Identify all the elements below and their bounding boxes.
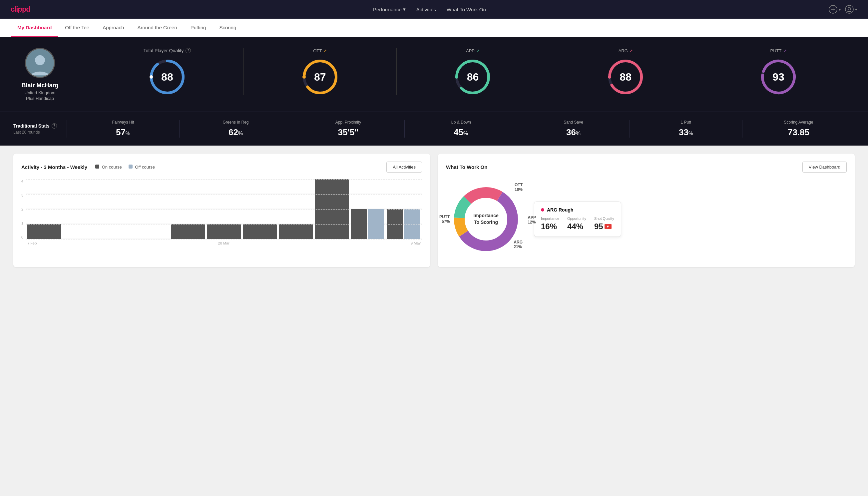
info-stat-opportunity: Opportunity 44% — [567, 217, 586, 231]
chevron-down-icon: ▾ — [403, 6, 406, 12]
donut-section: Importance To Scoring PUTT 57% OTT 10% A… — [446, 179, 847, 259]
stat-scoring-average: Scoring Average 73.85 — [742, 120, 855, 138]
view-dashboard-button[interactable]: View Dashboard — [802, 161, 847, 173]
score-value-app: 86 — [467, 71, 479, 83]
tab-approach[interactable]: Approach — [96, 19, 130, 37]
donut-label-putt: PUTT 57% — [439, 215, 449, 224]
info-stat-shot-quality: Shot Quality 95 ▼ — [594, 217, 614, 231]
player-handicap: Plus Handicap — [26, 96, 54, 101]
svg-point-3 — [845, 5, 853, 13]
nav-activities[interactable]: Activities — [416, 7, 436, 12]
player-country: United Kingdom — [25, 90, 56, 95]
arrow-up-icon: ↗ — [476, 48, 480, 53]
bar-offcourse — [368, 209, 384, 239]
bar-oncourse — [351, 209, 367, 239]
score-arg: ARG ↗ 88 — [549, 48, 702, 95]
hero-section: Blair McHarg United Kingdom Plus Handica… — [0, 37, 868, 112]
stat-sand-save: Sand Save 36% — [517, 120, 630, 138]
stat-up-and-down: Up & Down 45% — [404, 120, 517, 138]
arrow-up-icon: ↗ — [783, 48, 787, 53]
tab-putting[interactable]: Putting — [184, 19, 213, 37]
add-button[interactable]: ▾ — [829, 5, 841, 14]
stat-greens-in-reg: Greens In Reg 62% — [179, 120, 292, 138]
chevron-down-icon: ▾ — [855, 7, 857, 12]
svg-point-6 — [35, 55, 45, 65]
donut-label-arg: ARG 21% — [514, 240, 523, 249]
main-content: Activity - 3 Months - Weekly On course O… — [0, 145, 868, 275]
circle-app: 86 — [454, 59, 491, 95]
svg-point-4 — [848, 7, 851, 10]
score-total: Total Player Quality ? 88 — [91, 48, 244, 95]
info-card-stats: Importance 16% Opportunity 44% Shot Qual… — [541, 217, 614, 231]
nav-performance[interactable]: Performance ▾ — [373, 6, 406, 12]
nav-right-actions: ▾ ▾ — [829, 5, 857, 14]
user-avatar-button[interactable]: ▾ — [845, 5, 857, 14]
bar-group-10 — [351, 209, 385, 239]
donut-chart-container: Importance To Scoring PUTT 57% OTT 10% A… — [446, 179, 526, 259]
what-to-work-on-header: What To Work On View Dashboard — [446, 161, 847, 173]
info-stat-importance: Importance 16% — [541, 217, 559, 231]
ott-label: OTT ↗ — [313, 48, 327, 53]
chart-wrapper: 4 3 2 1 0 — [21, 179, 422, 246]
arrow-up-icon: ↗ — [629, 48, 633, 53]
stat-fairways-hit: Fairways Hit 57% — [67, 120, 179, 138]
donut-center-text: Importance To Scoring — [473, 213, 498, 226]
bar-stack-light — [368, 209, 384, 239]
circle-ott: 87 — [302, 59, 338, 95]
tab-off-the-tee[interactable]: Off the Tee — [58, 19, 96, 37]
score-value-putt: 93 — [772, 71, 784, 83]
putt-label: PUTT ↗ — [770, 48, 787, 53]
score-putt: PUTT ↗ 93 — [702, 48, 855, 95]
activity-chart-card: Activity - 3 Months - Weekly On course O… — [13, 154, 430, 267]
score-value-arg: 88 — [619, 71, 632, 83]
total-player-quality-label: Total Player Quality ? — [144, 48, 191, 53]
score-app: APP ↗ 86 — [397, 48, 550, 95]
legend-on-course: On course — [95, 165, 122, 170]
arrow-up-icon: ↗ — [323, 48, 327, 53]
info-icon[interactable]: ? — [52, 123, 57, 128]
app-label: APP ↗ — [466, 48, 480, 53]
circle-arg: 88 — [607, 59, 644, 95]
stat-1-putt: 1 Putt 33% — [630, 120, 742, 138]
bar-stack-dark — [351, 209, 367, 239]
tab-my-dashboard[interactable]: My Dashboard — [11, 19, 58, 37]
trad-stats-label: Traditional Stats ? Last 20 rounds — [13, 123, 67, 135]
what-to-work-on-card: What To Work On View Dashboard Importanc… — [438, 154, 855, 267]
info-card-arg-rough: ARG Rough Importance 16% Opportunity 44%… — [534, 202, 621, 237]
avatar — [25, 48, 55, 78]
chart-legend: On course Off course — [95, 165, 155, 170]
player-info: Blair McHarg United Kingdom Plus Handica… — [13, 48, 67, 101]
stat-items: Fairways Hit 57% Greens In Reg 62% App. … — [67, 120, 855, 138]
circle-total: 88 — [149, 59, 186, 95]
tab-around-the-green[interactable]: Around the Green — [130, 19, 184, 37]
info-card-title: ARG Rough — [541, 207, 614, 213]
down-badge: ▼ — [604, 224, 612, 229]
nav-what-to-work-on[interactable]: What To Work On — [447, 7, 486, 12]
what-to-work-on-title: What To Work On — [446, 164, 487, 170]
arg-label: ARG ↗ — [618, 48, 633, 53]
score-value-total: 88 — [161, 71, 173, 83]
y-axis: 4 3 2 1 0 — [21, 179, 26, 246]
legend-off-course: Off course — [129, 165, 155, 170]
x-axis: 7 Feb 28 Mar 9 May — [26, 241, 422, 245]
info-icon[interactable]: ? — [186, 48, 191, 53]
scores-grid: Total Player Quality ? 88 OTT ↗ — [80, 48, 855, 95]
donut-label-ott: OTT 10% — [515, 183, 523, 192]
all-activities-button[interactable]: All Activities — [386, 161, 422, 173]
info-card-dot — [541, 208, 544, 212]
activity-chart-title: Activity - 3 Months - Weekly — [21, 164, 87, 170]
top-navigation: clippd Performance ▾ Activities What To … — [0, 0, 868, 19]
traditional-stats-section: Traditional Stats ? Last 20 rounds Fairw… — [0, 112, 868, 145]
circle-putt: 93 — [760, 59, 797, 95]
chart-area: 7 Feb 28 Mar 9 May — [26, 179, 422, 246]
app-logo[interactable]: clippd — [11, 5, 30, 14]
tab-bar: My Dashboard Off the Tee Approach Around… — [0, 19, 868, 37]
player-name: Blair McHarg — [21, 82, 58, 89]
chevron-down-icon: ▾ — [839, 7, 841, 12]
nav-links: Performance ▾ Activities What To Work On — [373, 6, 486, 12]
score-value-ott: 87 — [314, 71, 326, 83]
tab-scoring[interactable]: Scoring — [212, 19, 243, 37]
activity-chart-header: Activity - 3 Months - Weekly On course O… — [21, 161, 422, 173]
stat-app-proximity: App. Proximity 35'5" — [292, 120, 404, 138]
score-ott: OTT ↗ 87 — [244, 48, 397, 95]
